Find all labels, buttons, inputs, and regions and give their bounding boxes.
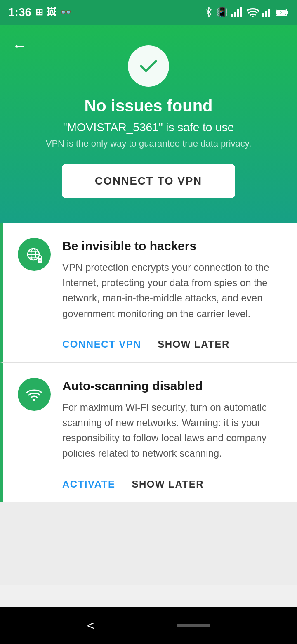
svg-rect-11 xyxy=(287,11,288,14)
checkmark-icon xyxy=(138,55,159,77)
status-bar: 1:36 ⊞ 🖼 👓 📳 xyxy=(0,0,297,25)
svg-point-19 xyxy=(40,260,41,261)
svg-rect-5 xyxy=(240,7,242,17)
autoscan-card-header: Auto-scanning disabled For maximum Wi-Fi… xyxy=(18,378,282,461)
nav-back-button[interactable]: < xyxy=(87,618,95,633)
hero-section: ← No issues found "MOVISTAR_5361" is saf… xyxy=(0,25,297,223)
wifi-icon-circle xyxy=(18,378,51,411)
vpn-promo-card: Be invisible to hackers VPN protection e… xyxy=(0,223,297,362)
wifi-scan-icon xyxy=(25,385,43,403)
bottom-nav-bar: < xyxy=(0,607,297,644)
autoscan-card-title: Auto-scanning disabled xyxy=(62,378,282,394)
status-icons: 📳 xyxy=(204,7,289,18)
connect-vpn-action-button[interactable]: CONNECT VPN xyxy=(62,339,141,350)
success-icon-circle xyxy=(128,45,169,87)
hero-subtitle: "MOVISTAR_5361" is safe to use xyxy=(63,121,234,134)
autoscan-card-body: For maximum Wi-Fi security, turn on auto… xyxy=(62,400,282,461)
battery-icon xyxy=(276,8,289,17)
time-display: 1:36 xyxy=(8,6,31,19)
svg-point-20 xyxy=(33,399,35,401)
back-button[interactable]: ← xyxy=(12,37,27,54)
status-time: 1:36 ⊞ 🖼 👓 xyxy=(8,6,71,19)
hero-note: VPN is the only way to guarantee true da… xyxy=(46,138,252,149)
vpn-card-actions: CONNECT VPN SHOW LATER xyxy=(18,339,282,350)
svg-rect-4 xyxy=(237,9,239,17)
vpn-card-header: Be invisible to hackers VPN protection e… xyxy=(18,238,282,321)
wifi-icon xyxy=(247,7,259,17)
globe-lock-icon-circle xyxy=(18,238,51,271)
signal-icon xyxy=(231,7,243,17)
vibrate-icon: 📳 xyxy=(217,7,228,18)
autoscan-card-content: Auto-scanning disabled For maximum Wi-Fi… xyxy=(62,378,282,461)
svg-rect-3 xyxy=(234,12,236,17)
svg-rect-2 xyxy=(231,14,233,17)
cards-container: Be invisible to hackers VPN protection e… xyxy=(0,223,297,502)
vpn-card-body: VPN protection encrypts your connection … xyxy=(62,260,282,321)
svg-rect-8 xyxy=(265,11,267,17)
show-later-vpn-button[interactable]: SHOW LATER xyxy=(158,339,230,350)
nav-home-indicator[interactable] xyxy=(177,624,210,627)
globe-lock-icon xyxy=(25,245,43,263)
autoscan-card: Auto-scanning disabled For maximum Wi-Fi… xyxy=(0,362,297,502)
bottom-spacer xyxy=(0,502,297,585)
svg-point-6 xyxy=(252,16,254,17)
connect-to-vpn-button[interactable]: CONNECT TO VPN xyxy=(62,164,235,198)
svg-rect-7 xyxy=(262,13,264,17)
cell-signal-icon xyxy=(262,7,272,17)
activate-autoscan-button[interactable]: ACTIVATE xyxy=(62,478,115,490)
hero-title: No issues found xyxy=(84,97,212,115)
bluetooth-icon xyxy=(204,7,213,18)
show-later-autoscan-button[interactable]: SHOW LATER xyxy=(132,478,204,490)
vpn-card-title: Be invisible to hackers xyxy=(62,238,282,254)
autoscan-card-actions: ACTIVATE SHOW LATER xyxy=(18,478,282,490)
svg-rect-9 xyxy=(268,9,270,17)
vpn-card-content: Be invisible to hackers VPN protection e… xyxy=(62,238,282,321)
